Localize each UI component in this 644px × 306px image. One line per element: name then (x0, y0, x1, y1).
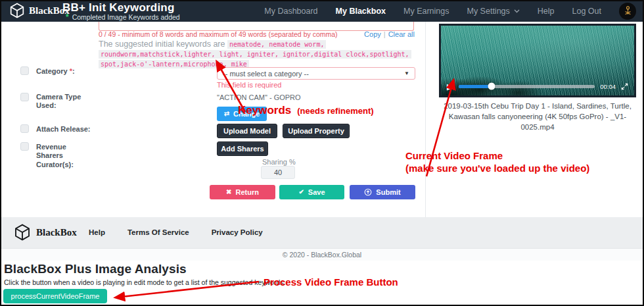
nav-my-blackbox[interactable]: My Blackbox (336, 7, 386, 16)
return-button-label: Return (235, 188, 258, 196)
video-progress-handle[interactable] (488, 83, 495, 90)
select-caret-icon: ▼ (404, 70, 409, 76)
revenue-sharers-checkbox[interactable] (20, 142, 29, 151)
status-dot: * (66, 14, 69, 20)
copy-link[interactable]: Copy (364, 30, 381, 38)
avatar-icon (622, 5, 633, 16)
annotation-keywords-note: (needs refinement) (297, 106, 373, 116)
annotation-video-frame-line1: Current Video Frame (405, 149, 589, 162)
camera-label: Camera Type Used: (36, 93, 94, 110)
video-title: 2019-03-15th Cebu Trip Day 1 - Island, S… (439, 101, 636, 132)
app-window: BlackBox BB+ Init Keywording * Completed… (0, 0, 644, 306)
add-sharers-button[interactable]: Add Sharers (217, 141, 268, 156)
upload-model-button[interactable]: Upload Model (217, 124, 277, 138)
nav-help[interactable]: Help (538, 7, 555, 16)
footer-links: Help Terms Of Service Privacy Policy (89, 228, 263, 236)
submit-circle-arrow-icon (364, 188, 372, 196)
video-progress-bar[interactable] (459, 85, 595, 88)
category-label: Category *: (36, 67, 94, 76)
status-line: * Completed Image Keywords added (66, 13, 180, 21)
keywords-actions: Copy|Clear all (364, 30, 415, 38)
category-error: This field is required (217, 81, 281, 89)
sharing-label: Sharing % (262, 158, 296, 166)
attach-release-label: Attach Release: (36, 125, 94, 134)
video-progress-fill (459, 85, 492, 88)
fullscreen-icon[interactable] (621, 83, 628, 90)
revenue-sharers-label: Revenue Sharers (36, 143, 94, 160)
image-analysis-title: BlackBox Plus Image Analysis (4, 262, 187, 276)
clear-all-link[interactable]: Clear all (388, 30, 415, 38)
link-divider: | (384, 30, 386, 38)
attach-release-checkbox[interactable] (20, 124, 29, 133)
keywords-input[interactable] (99, 22, 414, 31)
curators-label: Curator(s): (36, 161, 94, 169)
annotation-keywords-title: Keywords (238, 104, 291, 117)
top-header: BlackBox BB+ Init Keywording * Completed… (0, 0, 644, 22)
avatar[interactable] (619, 3, 636, 20)
brand[interactable]: BlackBox (9, 2, 70, 19)
check-icon: ✔ (298, 189, 304, 195)
category-label-text: Category (36, 67, 70, 75)
submit-button-label: Submit (376, 188, 400, 196)
nav-my-settings-label: My Settings (467, 7, 509, 16)
footer-link-privacy[interactable]: Privacy Policy (212, 228, 263, 236)
suggested-keywords-text: The suggested initial keywords are nemat… (99, 39, 422, 69)
save-button[interactable]: ✔Save (279, 185, 344, 199)
blackbox-logo-icon (9, 2, 26, 19)
chevron-down-icon (514, 9, 520, 13)
keywords-counter: 0 / 49 - minimum of 8 words and maximum … (99, 30, 338, 38)
annotation-process-button: Process Video Frame Button (264, 276, 398, 288)
camera-value: "ACTION CAM" - GOPRO (217, 93, 301, 101)
sharing-percent-input[interactable] (261, 166, 295, 179)
save-button-label: Save (308, 188, 325, 196)
video-controls: ▶ 00:04 (441, 80, 634, 93)
upload-property-button[interactable]: Upload Property (283, 124, 350, 138)
swap-icon: ⇄ (224, 111, 229, 117)
submit-button[interactable]: Submit (350, 185, 415, 199)
keywording-form: 0 / 49 - minimum of 8 words and maximum … (0, 22, 426, 217)
nav-my-dashboard[interactable]: My Dashboard (264, 7, 317, 16)
video-player[interactable]: ▶ 00:04 (439, 24, 636, 97)
annotation-video-frame-line2: (make sure you've loaded up the video) (405, 162, 589, 174)
nav-log-out[interactable]: Log Out (572, 7, 601, 16)
category-colon: : (72, 67, 75, 75)
page-title: BB+ Init Keywording (62, 1, 175, 14)
suggested-prefix: The suggested initial keywords are (99, 39, 227, 49)
camera-checkbox[interactable] (20, 93, 29, 101)
blackbox-footer-logo-icon (13, 223, 32, 242)
copyright-text: © 2020 - BlackBox.Global (283, 251, 361, 259)
return-button[interactable]: ✖Return (210, 185, 275, 199)
category-checkbox[interactable] (20, 66, 29, 75)
x-icon: ✖ (226, 189, 231, 195)
footer: BlackBox Help Terms Of Service Privacy P… (0, 217, 644, 248)
nav-my-settings[interactable]: My Settings (467, 7, 519, 16)
copyright-bar: © 2020 - BlackBox.Global (0, 248, 644, 261)
footer-brand[interactable]: BlackBox (13, 223, 77, 242)
category-select[interactable]: -- must select a category -- ▼ (217, 67, 415, 80)
footer-link-help[interactable]: Help (89, 228, 105, 236)
annotation-keywords: Keywords (needs refinement) (238, 104, 374, 117)
video-time: 00:04 (600, 83, 616, 90)
footer-link-terms[interactable]: Terms Of Service (127, 228, 189, 236)
play-button[interactable]: ▶ (447, 82, 453, 91)
category-selected-value: -- must select a category -- (223, 70, 404, 78)
main-nav: My Dashboard My Blackbox My Earnings My … (264, 0, 636, 22)
image-analysis-description: Click the button when a video is playing… (4, 278, 285, 286)
footer-brand-name: BlackBox (36, 227, 77, 238)
nav-my-earnings[interactable]: My Earnings (403, 7, 449, 16)
process-current-video-frame-button[interactable]: processCurrentVideoFrame (3, 289, 107, 303)
status-text: Completed Image Keywords added (72, 13, 180, 21)
annotation-video-frame: Current Video Frame (make sure you've lo… (405, 149, 589, 174)
